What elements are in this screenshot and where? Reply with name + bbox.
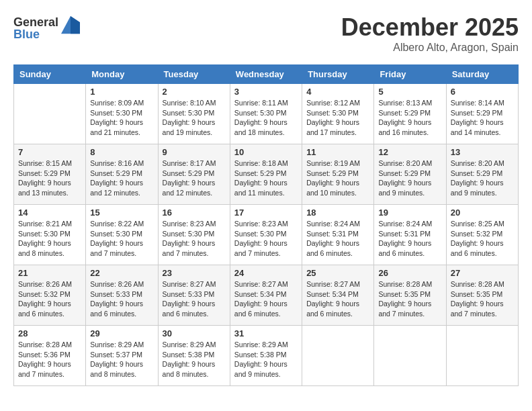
- weekday-header-row: SundayMondayTuesdayWednesdayThursdayFrid…: [14, 65, 519, 84]
- calendar-cell: 29Sunrise: 8:29 AMSunset: 5:37 PMDayligh…: [86, 326, 158, 386]
- day-number: 28: [18, 328, 81, 338]
- calendar-cell: 15Sunrise: 8:22 AMSunset: 5:30 PMDayligh…: [86, 205, 158, 265]
- calendar-body: 1Sunrise: 8:09 AMSunset: 5:30 PMDaylight…: [14, 84, 519, 386]
- day-number: 5: [378, 87, 441, 97]
- calendar-cell: 27Sunrise: 8:28 AMSunset: 5:35 PMDayligh…: [446, 265, 518, 326]
- day-info: Sunrise: 8:28 AMSunset: 5:36 PMDaylight:…: [18, 340, 81, 379]
- calendar-cell: 7Sunrise: 8:15 AMSunset: 5:29 PMDaylight…: [14, 144, 86, 205]
- day-info: Sunrise: 8:27 AMSunset: 5:33 PMDaylight:…: [163, 279, 226, 319]
- calendar-cell: 20Sunrise: 8:25 AMSunset: 5:32 PMDayligh…: [446, 205, 518, 265]
- day-info: Sunrise: 8:22 AMSunset: 5:30 PMDaylight:…: [90, 219, 153, 259]
- calendar-cell: 14Sunrise: 8:21 AMSunset: 5:30 PMDayligh…: [14, 205, 86, 265]
- day-info: Sunrise: 8:26 AMSunset: 5:32 PMDaylight:…: [18, 279, 81, 319]
- location-title: Albero Alto, Aragon, Spain: [341, 42, 519, 54]
- day-number: 26: [378, 268, 441, 278]
- day-info: Sunrise: 8:20 AMSunset: 5:29 PMDaylight:…: [451, 158, 514, 198]
- calendar-cell: 17Sunrise: 8:23 AMSunset: 5:30 PMDayligh…: [230, 205, 302, 265]
- weekday-header-cell: Friday: [374, 65, 446, 84]
- day-number: 3: [234, 87, 298, 97]
- day-info: Sunrise: 8:27 AMSunset: 5:34 PMDaylight:…: [234, 279, 298, 319]
- calendar-cell: 2Sunrise: 8:10 AMSunset: 5:30 PMDaylight…: [158, 84, 230, 144]
- day-info: Sunrise: 8:10 AMSunset: 5:30 PMDaylight:…: [163, 98, 226, 138]
- logo-icon: [61, 16, 80, 35]
- day-info: Sunrise: 8:23 AMSunset: 5:30 PMDaylight:…: [234, 219, 298, 259]
- day-info: Sunrise: 8:09 AMSunset: 5:30 PMDaylight:…: [90, 98, 153, 138]
- calendar-cell: 11Sunrise: 8:19 AMSunset: 5:29 PMDayligh…: [302, 144, 374, 205]
- calendar-cell: 8Sunrise: 8:16 AMSunset: 5:29 PMDaylight…: [86, 144, 158, 205]
- day-number: 17: [234, 208, 298, 218]
- calendar-cell: 5Sunrise: 8:13 AMSunset: 5:29 PMDaylight…: [374, 84, 446, 144]
- day-number: 25: [306, 268, 369, 278]
- weekday-header-cell: Thursday: [302, 65, 374, 84]
- calendar-cell: 24Sunrise: 8:27 AMSunset: 5:34 PMDayligh…: [230, 265, 302, 326]
- calendar-cell: 10Sunrise: 8:18 AMSunset: 5:29 PMDayligh…: [230, 144, 302, 205]
- calendar-week-row: 14Sunrise: 8:21 AMSunset: 5:30 PMDayligh…: [14, 205, 519, 265]
- calendar-cell: 9Sunrise: 8:17 AMSunset: 5:29 PMDaylight…: [158, 144, 230, 205]
- day-number: 11: [306, 147, 369, 157]
- day-number: 14: [18, 208, 81, 218]
- calendar-cell: [446, 326, 518, 386]
- weekday-header-cell: Wednesday: [230, 65, 302, 84]
- calendar-table: SundayMondayTuesdayWednesdayThursdayFrid…: [13, 64, 519, 386]
- day-number: 22: [90, 268, 153, 278]
- day-number: 2: [163, 87, 226, 97]
- day-number: 20: [451, 208, 514, 218]
- day-number: 6: [451, 87, 514, 97]
- day-info: Sunrise: 8:25 AMSunset: 5:32 PMDaylight:…: [451, 219, 514, 259]
- calendar-week-row: 7Sunrise: 8:15 AMSunset: 5:29 PMDaylight…: [14, 144, 519, 205]
- calendar-cell: 18Sunrise: 8:24 AMSunset: 5:31 PMDayligh…: [302, 205, 374, 265]
- day-info: Sunrise: 8:28 AMSunset: 5:35 PMDaylight:…: [451, 279, 514, 319]
- day-info: Sunrise: 8:19 AMSunset: 5:29 PMDaylight:…: [306, 158, 369, 198]
- calendar-cell: 16Sunrise: 8:23 AMSunset: 5:30 PMDayligh…: [158, 205, 230, 265]
- day-info: Sunrise: 8:11 AMSunset: 5:30 PMDaylight:…: [234, 98, 298, 138]
- calendar-cell: [302, 326, 374, 386]
- day-number: 7: [18, 147, 81, 157]
- day-info: Sunrise: 8:20 AMSunset: 5:29 PMDaylight:…: [378, 158, 441, 198]
- day-info: Sunrise: 8:26 AMSunset: 5:33 PMDaylight:…: [90, 279, 153, 319]
- day-number: 19: [378, 208, 441, 218]
- weekday-header-cell: Saturday: [446, 65, 518, 84]
- weekday-header-cell: Sunday: [14, 65, 86, 84]
- calendar-cell: 22Sunrise: 8:26 AMSunset: 5:33 PMDayligh…: [86, 265, 158, 326]
- day-number: 4: [306, 87, 369, 97]
- calendar-cell: 25Sunrise: 8:27 AMSunset: 5:34 PMDayligh…: [302, 265, 374, 326]
- day-info: Sunrise: 8:24 AMSunset: 5:31 PMDaylight:…: [306, 219, 369, 259]
- calendar-week-row: 28Sunrise: 8:28 AMSunset: 5:36 PMDayligh…: [14, 326, 519, 386]
- calendar-cell: 30Sunrise: 8:29 AMSunset: 5:38 PMDayligh…: [158, 326, 230, 386]
- calendar-cell: 3Sunrise: 8:11 AMSunset: 5:30 PMDaylight…: [230, 84, 302, 144]
- logo: General Blue: [13, 16, 80, 40]
- calendar-cell: [374, 326, 446, 386]
- day-info: Sunrise: 8:29 AMSunset: 5:38 PMDaylight:…: [163, 340, 226, 379]
- calendar-cell: 31Sunrise: 8:29 AMSunset: 5:38 PMDayligh…: [230, 326, 302, 386]
- day-number: 31: [234, 328, 298, 338]
- day-number: 16: [163, 208, 226, 218]
- day-number: 9: [163, 147, 226, 157]
- day-info: Sunrise: 8:27 AMSunset: 5:34 PMDaylight:…: [306, 279, 369, 319]
- day-number: 29: [90, 328, 153, 338]
- calendar-cell: 28Sunrise: 8:28 AMSunset: 5:36 PMDayligh…: [14, 326, 86, 386]
- calendar-cell: 6Sunrise: 8:14 AMSunset: 5:29 PMDaylight…: [446, 84, 518, 144]
- day-number: 24: [234, 268, 298, 278]
- day-number: 21: [18, 268, 81, 278]
- day-number: 8: [90, 147, 153, 157]
- weekday-header-cell: Monday: [86, 65, 158, 84]
- header: General Blue December 2025 Albero Alto, …: [13, 13, 519, 54]
- calendar-cell: [14, 84, 86, 144]
- svg-marker-1: [71, 16, 80, 34]
- day-info: Sunrise: 8:28 AMSunset: 5:35 PMDaylight:…: [378, 279, 441, 319]
- day-info: Sunrise: 8:24 AMSunset: 5:31 PMDaylight:…: [378, 219, 441, 259]
- day-number: 1: [90, 87, 153, 97]
- day-number: 12: [378, 147, 441, 157]
- day-info: Sunrise: 8:29 AMSunset: 5:38 PMDaylight:…: [234, 340, 298, 379]
- calendar-cell: 21Sunrise: 8:26 AMSunset: 5:32 PMDayligh…: [14, 265, 86, 326]
- day-number: 10: [234, 147, 298, 157]
- day-info: Sunrise: 8:16 AMSunset: 5:29 PMDaylight:…: [90, 158, 153, 198]
- logo-text: General Blue: [13, 16, 58, 40]
- calendar-cell: 23Sunrise: 8:27 AMSunset: 5:33 PMDayligh…: [158, 265, 230, 326]
- day-info: Sunrise: 8:12 AMSunset: 5:30 PMDaylight:…: [306, 98, 369, 138]
- day-info: Sunrise: 8:18 AMSunset: 5:29 PMDaylight:…: [234, 158, 298, 198]
- calendar-cell: 26Sunrise: 8:28 AMSunset: 5:35 PMDayligh…: [374, 265, 446, 326]
- day-info: Sunrise: 8:17 AMSunset: 5:29 PMDaylight:…: [163, 158, 226, 198]
- day-number: 27: [451, 268, 514, 278]
- calendar-cell: 19Sunrise: 8:24 AMSunset: 5:31 PMDayligh…: [374, 205, 446, 265]
